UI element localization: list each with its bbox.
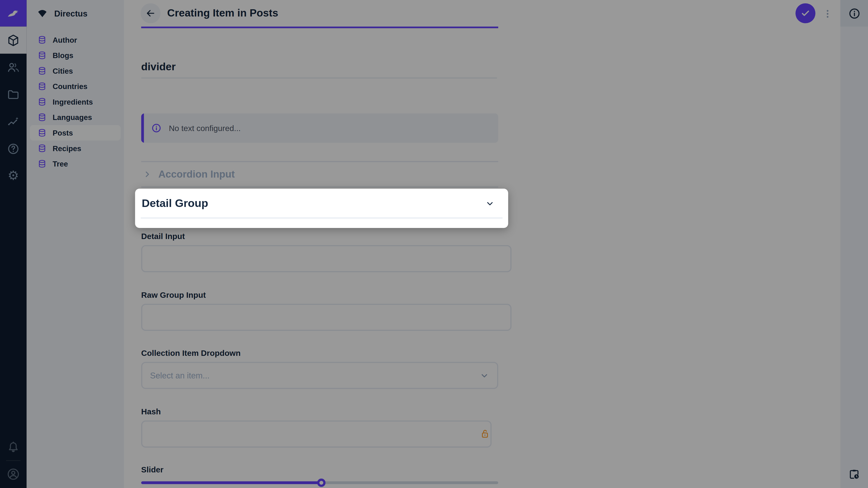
screen: ⚙ Directus Author bbox=[0, 0, 868, 488]
chevron-down-icon[interactable] bbox=[485, 199, 495, 208]
detail-group-title: Detail Group bbox=[142, 189, 208, 217]
dim-overlay bbox=[0, 0, 868, 488]
detail-group-card[interactable]: Detail Group bbox=[135, 189, 508, 228]
detail-group-divider bbox=[141, 217, 503, 219]
directus-app: ⚙ Directus Author bbox=[0, 0, 868, 488]
